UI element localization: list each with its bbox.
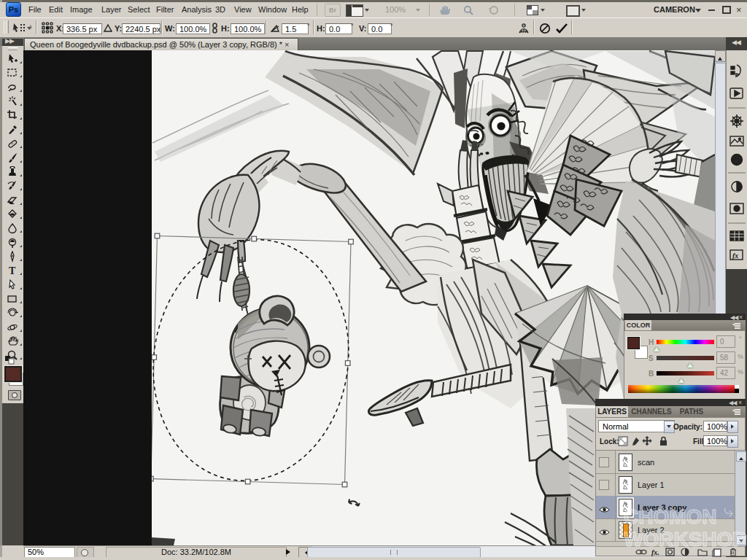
- svg-text:T: T: [9, 265, 16, 276]
- svg-text:fx: fx: [732, 252, 738, 260]
- svg-text:i: i: [735, 156, 738, 165]
